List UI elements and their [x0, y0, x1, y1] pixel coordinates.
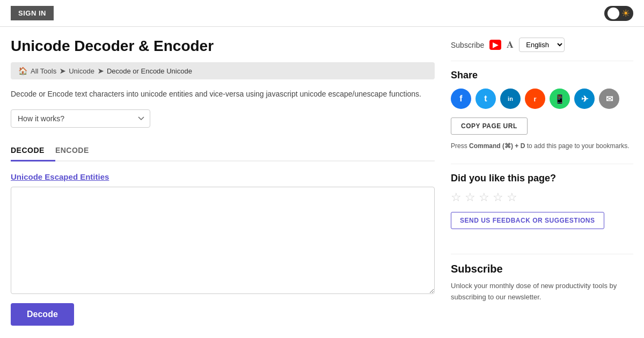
star-4[interactable]: ☆ — [493, 190, 503, 204]
copy-url-button[interactable]: COPY PAGE URL — [451, 117, 528, 135]
page-wrapper: Unicode Decoder & Encoder 🏠 All Tools ➤ … — [0, 27, 644, 338]
page-description: Decode or Encode text characters into un… — [11, 88, 435, 100]
theme-toggle[interactable]: ☀ — [604, 6, 633, 21]
sidebar-top: Subscribe ▶ 𝐀 English Spanish French Ger… — [451, 38, 633, 52]
toggle-circle — [608, 8, 619, 19]
share-icons: f t in r 📱 ✈ ✉ — [451, 89, 633, 109]
input-label: Unicode Escaped Entities — [11, 172, 435, 181]
share-title: Share — [451, 70, 633, 81]
bookmark-hint: Press Command (⌘) + D to add this page t… — [451, 141, 633, 151]
home-icon: 🏠 — [18, 67, 27, 75]
breadcrumb-level1[interactable]: Unicode — [69, 67, 94, 75]
header: SIGN IN ☀ — [0, 0, 644, 27]
star-1[interactable]: ☆ — [451, 190, 462, 204]
how-it-works-dropdown[interactable]: How it works? — [11, 109, 150, 128]
breadcrumb-arrow-2: ➤ — [98, 67, 104, 75]
bookmark-keys: Command (⌘) + D — [469, 142, 525, 150]
star-3[interactable]: ☆ — [479, 190, 489, 204]
decode-button[interactable]: Decode — [11, 303, 74, 326]
linkedin-share-button[interactable]: in — [500, 89, 521, 109]
feedback-button[interactable]: SEND US FEEDBACK OR SUGGESTIONS — [451, 212, 604, 229]
divider-2 — [451, 164, 633, 164]
breadcrumb-arrow-1: ➤ — [60, 67, 65, 75]
divider-3 — [451, 254, 633, 254]
main-content: Unicode Decoder & Encoder 🏠 All Tools ➤ … — [11, 38, 435, 327]
language-select[interactable]: English Spanish French German — [519, 38, 565, 52]
youtube-icon[interactable]: ▶ — [489, 40, 501, 50]
whatsapp-share-button[interactable]: 📱 — [550, 89, 570, 109]
tab-encode[interactable]: ENCODE — [55, 141, 100, 161]
breadcrumb-home[interactable]: All Tools — [31, 67, 56, 75]
sun-icon: ☀ — [621, 8, 630, 19]
page-title: Unicode Decoder & Encoder — [11, 38, 435, 55]
telegram-share-button[interactable]: ✈ — [574, 89, 595, 109]
breadcrumb-current: Decode or Encode Unicode — [107, 67, 192, 75]
unicode-input[interactable] — [11, 187, 435, 294]
star-2[interactable]: ☆ — [465, 190, 475, 204]
subscribe-label: Subscribe — [451, 41, 484, 49]
email-share-button[interactable]: ✉ — [599, 89, 619, 109]
tabs: DECODE ENCODE — [11, 141, 435, 161]
sidebar: Subscribe ▶ 𝐀 English Spanish French Ger… — [451, 38, 633, 327]
subscribe-section-title: Subscribe — [451, 263, 633, 275]
translate-icon: 𝐀 — [507, 39, 514, 50]
bookmark-hint-suffix: to add this page to your bookmarks. — [525, 142, 629, 150]
star-5[interactable]: ☆ — [507, 190, 517, 204]
sign-in-button[interactable]: SIGN IN — [11, 6, 54, 20]
facebook-share-button[interactable]: f — [451, 89, 471, 109]
breadcrumb: 🏠 All Tools ➤ Unicode ➤ Decode or Encode… — [11, 62, 435, 79]
divider-1 — [451, 61, 633, 61]
tab-decode[interactable]: DECODE — [11, 141, 55, 161]
star-rating[interactable]: ☆ ☆ ☆ ☆ ☆ — [451, 190, 633, 204]
reddit-share-button[interactable]: r — [525, 89, 545, 109]
like-title: Did you like this page? — [451, 173, 633, 184]
twitter-share-button[interactable]: t — [475, 89, 496, 109]
subscribe-text: Unlock your monthly dose of new producti… — [451, 281, 633, 303]
